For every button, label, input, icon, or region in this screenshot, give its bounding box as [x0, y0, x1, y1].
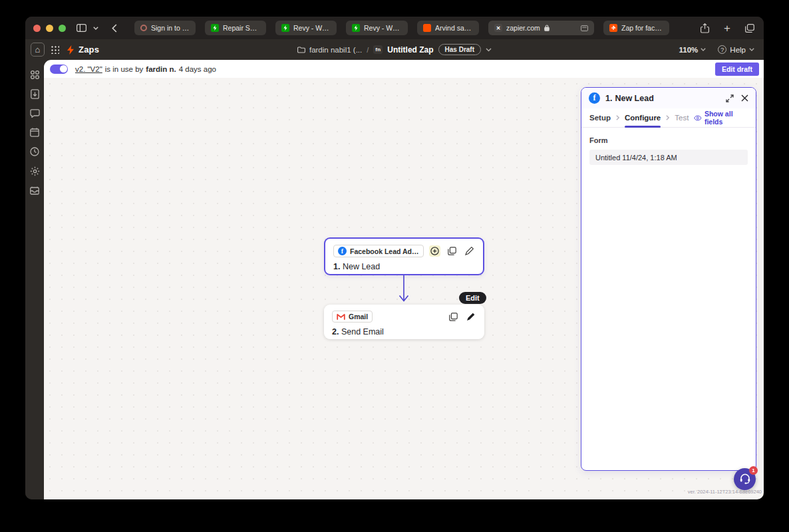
app-name: Facebook Lead Ads (for Busin...: [350, 247, 419, 255]
sidebar-item-history[interactable]: [29, 146, 40, 157]
sidebar-item-interfaces[interactable]: [29, 108, 40, 118]
page-title: Zaps: [79, 45, 99, 55]
chevron-down-icon: [749, 48, 754, 51]
tab-bar-actions: +: [701, 23, 754, 34]
zap-bolt-icon: [67, 45, 75, 55]
zoom-level-control[interactable]: 110%: [679, 46, 707, 54]
breadcrumb: fardin nabil1 (... / fn Untitled Zap Has…: [25, 44, 764, 55]
step-card-action[interactable]: Gmail 2.: [324, 305, 484, 339]
tab-title: Zap for faceboo...: [621, 24, 663, 32]
minimize-window-button[interactable]: [46, 25, 53, 32]
build-version-text: ver. 2024-11-12T23:14-6ae69240: [688, 489, 762, 495]
workspace-badge: fn: [373, 45, 383, 54]
form-field-label: Form: [589, 136, 748, 144]
tab-title: Revy - WordPre...: [293, 24, 331, 32]
active-tab-address[interactable]: ✕ zapier.com: [488, 21, 594, 35]
app-name: Gmail: [349, 313, 368, 321]
show-all-fields-button[interactable]: Show all fields: [694, 110, 748, 126]
app-pill[interactable]: Gmail: [332, 311, 373, 323]
connector-arrow: [397, 275, 410, 305]
address-domain: zapier.com: [506, 24, 540, 32]
sidebar-item-apps[interactable]: [29, 69, 40, 80]
chat-bubble-icon: [30, 109, 40, 118]
tab-configure[interactable]: Configure: [625, 108, 661, 127]
browser-tab[interactable]: Revy - WordPre...: [346, 21, 408, 35]
breadcrumb-account[interactable]: fardin nabil1 (...: [297, 46, 362, 54]
gmail-icon: [337, 313, 345, 320]
edit-draft-button[interactable]: Edit draft: [715, 63, 759, 76]
copy-step-icon[interactable]: [448, 311, 459, 323]
form-field-value[interactable]: Untitled 11/4/24, 1:18 AM: [589, 150, 748, 165]
notification-badge: 1: [749, 466, 758, 475]
insert-step-icon[interactable]: [429, 245, 440, 257]
header-right-controls: 110% ? Help: [679, 45, 754, 54]
app-pill[interactable]: f Facebook Lead Ads (for Busin...: [333, 245, 424, 257]
sidebar-toggle-icon[interactable]: [77, 24, 86, 32]
support-chat-button[interactable]: 1: [734, 468, 756, 490]
panel-title: 1. New Lead: [605, 94, 654, 103]
zapier-favicon: [609, 24, 617, 32]
eye-icon: [694, 115, 702, 121]
version-banner: v2. "V2" is in use by fardin n. 4 days a…: [44, 60, 764, 78]
close-window-button[interactable]: [33, 25, 41, 32]
tab-test[interactable]: Test: [675, 108, 689, 127]
tab-overview-icon[interactable]: [745, 24, 754, 33]
share-icon[interactable]: [701, 23, 709, 33]
panel-body: Form Untitled 11/4/24, 1:18 AM: [581, 128, 756, 470]
jetpack-favicon: [211, 24, 219, 32]
panel-tabs: Setup Configure Test Show all: [581, 108, 756, 128]
expand-panel-icon[interactable]: [726, 94, 734, 102]
zapier-favicon: ✕: [494, 24, 502, 32]
editor-main: v2. "V2" is in use by fardin n. 4 days a…: [44, 60, 764, 499]
left-sidebar: [25, 60, 44, 499]
has-draft-badge: Has Draft: [438, 44, 481, 55]
facebook-icon: f: [589, 92, 600, 104]
site-favicon: [140, 25, 147, 31]
chevron-right-icon: [666, 115, 669, 120]
step-card-trigger[interactable]: f Facebook Lead Ads (for Busin...: [324, 237, 484, 275]
version-toggle[interactable]: [50, 65, 68, 74]
tab-strip: Sign in to your P... Repair Service... R…: [134, 21, 690, 35]
jetpack-favicon: [352, 24, 360, 32]
facebook-icon: f: [338, 247, 347, 255]
browser-tab[interactable]: Zap for faceboo...: [603, 21, 669, 35]
browser-tab[interactable]: Arvind says...: [417, 21, 479, 35]
panel-header: f 1. New Lead: [581, 88, 756, 108]
zap-canvas[interactable]: f Facebook Lead Ads (for Busin...: [44, 78, 764, 499]
browser-tab[interactable]: Revy - WordPre...: [275, 21, 337, 35]
gear-icon: [30, 166, 40, 176]
sidebar-item-more[interactable]: [29, 185, 40, 196]
sidebar-item-settings[interactable]: [29, 166, 40, 176]
browser-tab[interactable]: Repair Service...: [205, 21, 266, 35]
zap-name[interactable]: Untitled Zap: [387, 45, 433, 55]
zap-menu-chevron-icon[interactable]: [486, 48, 492, 52]
website-settings-icon[interactable]: [581, 25, 588, 31]
step-title: 1. New Lead: [333, 262, 475, 271]
copy-step-icon[interactable]: [446, 245, 458, 257]
tab-setup[interactable]: Setup: [589, 108, 611, 127]
browser-tab-bar: Sign in to your P... Repair Service... R…: [25, 17, 764, 39]
fullscreen-window-button[interactable]: [59, 25, 66, 32]
drawer-icon: [30, 186, 39, 195]
edit-step-icon[interactable]: [464, 245, 475, 257]
window-controls: [33, 25, 66, 32]
app-grid-icon[interactable]: [51, 45, 59, 54]
help-menu[interactable]: ? Help: [718, 45, 754, 54]
step-config-panel: f 1. New Lead: [581, 87, 756, 471]
folder-icon: [297, 47, 305, 53]
version-link[interactable]: v2. "V2": [75, 65, 102, 73]
close-panel-icon[interactable]: [741, 94, 748, 102]
sidebar-chevron-icon[interactable]: [93, 27, 98, 30]
edit-step-icon[interactable]: [465, 311, 476, 323]
browser-tab[interactable]: Sign in to your P...: [134, 21, 196, 35]
tab-title: Repair Service...: [223, 24, 260, 32]
site-favicon: [423, 24, 431, 32]
new-tab-icon[interactable]: +: [724, 23, 730, 34]
sidebar-item-templates[interactable]: [29, 88, 40, 99]
back-icon[interactable]: [112, 24, 117, 33]
step-title: 2. Send Email: [332, 327, 476, 336]
sidebar-item-tables[interactable]: [29, 127, 40, 138]
browser-window: Sign in to your P... Repair Service... R…: [25, 17, 764, 499]
edit-tooltip: Edit: [459, 292, 486, 304]
home-icon[interactable]: ⌂: [31, 43, 45, 57]
